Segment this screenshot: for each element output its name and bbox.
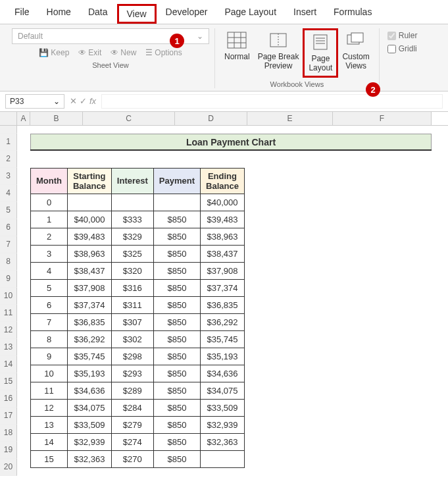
row-header[interactable]: 7 (0, 236, 17, 253)
cell[interactable]: $850 (153, 296, 200, 313)
col-header-b[interactable]: B (30, 112, 83, 125)
cell[interactable]: $39,483 (201, 211, 245, 228)
cell[interactable] (111, 194, 153, 211)
table-row[interactable]: 3$38,963$325$850$38,437 (31, 245, 245, 262)
row-header[interactable]: 15 (0, 373, 17, 390)
cell[interactable]: $38,963 (67, 245, 111, 262)
cell[interactable]: $37,908 (201, 262, 245, 279)
row-header[interactable]: 11 (0, 305, 17, 322)
tab-developer[interactable]: Developer (158, 4, 216, 24)
table-row[interactable]: 6$37,374$311$850$36,835 (31, 296, 245, 313)
cell[interactable]: $850 (153, 245, 200, 262)
cell[interactable]: $33,509 (201, 399, 245, 416)
cell[interactable]: $32,939 (67, 433, 111, 450)
cell[interactable]: 13 (31, 416, 68, 433)
page-break-button[interactable]: Page Break Preview (254, 28, 303, 78)
row-header[interactable]: 6 (0, 219, 17, 236)
cell[interactable]: $35,745 (201, 330, 245, 348)
cell[interactable]: $850 (153, 382, 200, 399)
select-all-corner[interactable] (0, 112, 17, 125)
cell[interactable]: $34,075 (201, 382, 245, 399)
cell[interactable]: $39,483 (67, 228, 111, 245)
cell[interactable]: 12 (31, 399, 68, 416)
cell[interactable]: $279 (111, 416, 153, 433)
cell[interactable]: $38,437 (67, 262, 111, 279)
cell[interactable]: $302 (111, 330, 153, 348)
cell[interactable]: $325 (111, 245, 153, 262)
cell[interactable]: $32,939 (201, 416, 245, 433)
tab-data[interactable]: Data (80, 4, 116, 24)
row-header[interactable]: 4 (0, 185, 17, 202)
cell[interactable]: $36,835 (67, 313, 111, 330)
table-row[interactable]: 11$34,636$289$850$34,075 (31, 382, 245, 399)
tab-file[interactable]: File (7, 4, 37, 24)
cell[interactable]: 2 (31, 228, 68, 245)
enter-icon[interactable]: ✓ (80, 96, 87, 106)
cell[interactable]: $35,745 (67, 348, 111, 365)
cell[interactable]: $850 (153, 433, 200, 450)
cell[interactable] (153, 194, 200, 211)
cell[interactable]: 0 (31, 194, 68, 211)
cell[interactable]: $329 (111, 228, 153, 245)
cell[interactable]: 3 (31, 245, 68, 262)
cell[interactable]: 7 (31, 313, 68, 330)
cell[interactable]: $320 (111, 262, 153, 279)
cell[interactable]: $850 (153, 262, 200, 279)
col-header-d[interactable]: D (175, 112, 247, 125)
table-row[interactable]: 12$34,075$284$850$33,509 (31, 399, 245, 416)
table-row[interactable]: 4$38,437$320$850$37,908 (31, 262, 245, 279)
keep-button[interactable]: 💾Keep (36, 47, 72, 59)
row-header[interactable]: 8 (0, 253, 17, 271)
tab-formulas[interactable]: Formulas (326, 4, 380, 24)
name-box[interactable]: P33 ⌄ (5, 94, 64, 109)
cell[interactable]: $850 (153, 450, 200, 467)
table-row[interactable]: 8$36,292$302$850$35,745 (31, 330, 245, 348)
formula-input[interactable] (101, 94, 443, 109)
row-header[interactable]: 13 (0, 339, 17, 356)
row-header[interactable]: 2 (0, 151, 17, 168)
cell[interactable]: $33,509 (67, 416, 111, 433)
cell[interactable]: 10 (31, 365, 68, 382)
row-header[interactable]: 1 (0, 134, 17, 151)
table-row[interactable]: 10$35,193$293$850$34,636 (31, 365, 245, 382)
cell[interactable]: $34,636 (67, 382, 111, 399)
cell[interactable]: $850 (153, 279, 200, 296)
cell[interactable]: 6 (31, 296, 68, 313)
cell[interactable]: 5 (31, 279, 68, 296)
row-header[interactable]: 18 (0, 425, 17, 442)
row-header[interactable]: 10 (0, 288, 17, 305)
cell[interactable]: $289 (111, 382, 153, 399)
custom-views-button[interactable]: Custom Views (338, 28, 373, 78)
page-layout-button[interactable]: Page Layout (303, 28, 338, 78)
table-row[interactable]: 0$40,000 (31, 194, 245, 211)
cell[interactable]: $274 (111, 433, 153, 450)
cell[interactable]: $270 (111, 450, 153, 467)
cell[interactable]: $38,963 (201, 228, 245, 245)
cell[interactable]: $40,000 (201, 194, 245, 211)
cell[interactable]: $850 (153, 228, 200, 245)
row-header[interactable]: 19 (0, 442, 17, 459)
row-header[interactable]: 16 (0, 390, 17, 407)
cell[interactable]: $307 (111, 313, 153, 330)
col-header-c[interactable]: C (83, 112, 175, 125)
table-row[interactable]: 7$36,835$307$850$36,292 (31, 313, 245, 330)
cell[interactable]: $32,363 (201, 433, 245, 450)
tab-home[interactable]: Home (39, 4, 79, 24)
table-row[interactable]: 13$33,509$279$850$32,939 (31, 416, 245, 433)
cell[interactable]: $36,292 (201, 313, 245, 330)
cell[interactable]: $311 (111, 296, 153, 313)
cell[interactable]: $32,363 (67, 450, 111, 467)
cell[interactable]: $850 (153, 365, 200, 382)
row-header[interactable]: 9 (0, 271, 17, 288)
cell[interactable]: 4 (31, 262, 68, 279)
cell[interactable]: 9 (31, 348, 68, 365)
options-button[interactable]: ☰Options (143, 47, 184, 59)
table-row[interactable]: 15$32,363$270$850 (31, 450, 245, 467)
cell[interactable]: 8 (31, 330, 68, 348)
row-header[interactable]: 14 (0, 356, 17, 373)
fx-icon[interactable]: fx (89, 96, 96, 106)
cell[interactable]: $35,193 (201, 348, 245, 365)
cell[interactable] (201, 450, 245, 467)
cell[interactable]: $850 (153, 211, 200, 228)
cell[interactable]: $850 (153, 348, 200, 365)
